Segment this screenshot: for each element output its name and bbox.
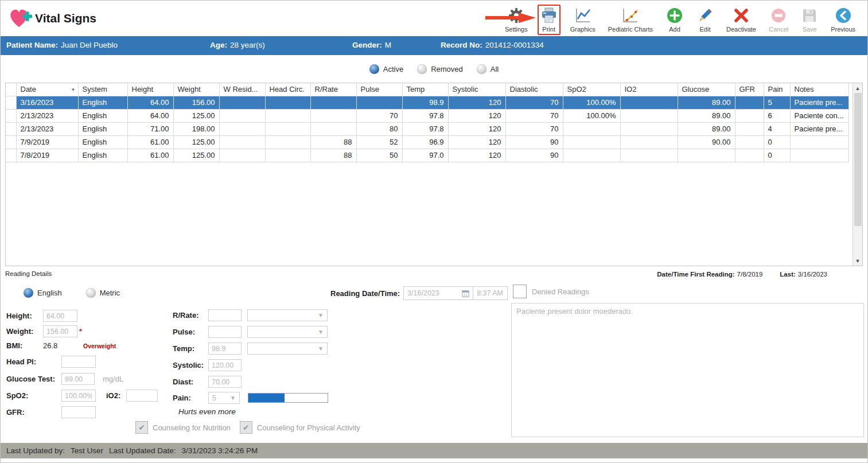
- grid-cell[interactable]: [265, 136, 310, 149]
- grid-cell[interactable]: English: [78, 123, 127, 136]
- grid-row[interactable]: 2/13/2023English64.00125.007097.81207010…: [6, 110, 849, 123]
- grid-cell[interactable]: 6: [764, 110, 790, 123]
- gfr-input[interactable]: [61, 406, 96, 418]
- column-header-gfr[interactable]: GFR: [735, 83, 764, 96]
- grid-cell[interactable]: [265, 110, 310, 123]
- pulse-input[interactable]: [208, 326, 242, 338]
- toolbar-previous-button[interactable]: Previous: [828, 5, 858, 35]
- grid-cell[interactable]: 90.00: [678, 136, 735, 149]
- grid-vertical-scrollbar[interactable]: ▲ ▼: [853, 83, 862, 266]
- column-header-system[interactable]: System: [78, 83, 127, 96]
- grid-cell[interactable]: English: [78, 136, 127, 149]
- grid-cell[interactable]: 61.00: [127, 136, 173, 149]
- column-header-height[interactable]: Height: [127, 83, 173, 96]
- grid-cell[interactable]: [620, 96, 678, 110]
- grid-cell[interactable]: English: [78, 110, 127, 123]
- grid-cell[interactable]: 90: [505, 136, 563, 149]
- grid-cell[interactable]: 97.0: [402, 149, 448, 162]
- toolbar-print-button[interactable]: Print: [538, 5, 560, 35]
- grid-cell[interactable]: 71.00: [127, 123, 173, 136]
- radio-metric[interactable]: Metric: [86, 288, 120, 298]
- glucose-input[interactable]: [61, 373, 95, 385]
- systolic-input[interactable]: [208, 359, 242, 371]
- calendar-icon[interactable]: [462, 290, 469, 297]
- grid-cell[interactable]: 70: [505, 96, 563, 110]
- grid-cell[interactable]: 97.8: [402, 110, 448, 123]
- pain-combo[interactable]: 5▼: [208, 392, 240, 404]
- grid-cell[interactable]: [790, 149, 849, 162]
- grid-cell[interactable]: English: [78, 96, 127, 110]
- grid-cell[interactable]: [310, 123, 356, 136]
- rrate-input[interactable]: [208, 309, 242, 321]
- grid-cell[interactable]: [735, 110, 764, 123]
- reading-time-input[interactable]: 8:37 AM: [473, 286, 508, 300]
- grid-cell[interactable]: [356, 96, 402, 110]
- column-header-w-resid[interactable]: W Resid...: [219, 83, 265, 96]
- scrollbar-thumb[interactable]: [854, 93, 862, 226]
- grid-cell[interactable]: [265, 123, 310, 136]
- grid-cell[interactable]: 70: [356, 110, 402, 123]
- grid-cell[interactable]: 2/13/2023: [16, 110, 78, 123]
- grid-cell[interactable]: 120: [448, 96, 505, 110]
- grid-cell[interactable]: 120: [448, 110, 505, 123]
- grid-cell[interactable]: [563, 123, 620, 136]
- toolbar-graphics-button[interactable]: Graphics: [567, 5, 598, 35]
- pain-scale-bar[interactable]: [248, 393, 328, 403]
- grid-cell[interactable]: 97.8: [402, 123, 448, 136]
- grid-cell[interactable]: [620, 110, 678, 123]
- column-header-notes[interactable]: Notes: [790, 83, 849, 96]
- notes-textarea[interactable]: Paciente present dolor moederado.: [511, 303, 864, 437]
- radio-active[interactable]: Active: [369, 64, 403, 74]
- diastolic-input[interactable]: [208, 376, 242, 388]
- grid-cell[interactable]: [219, 123, 265, 136]
- grid-cell[interactable]: 7/9/2019: [16, 136, 78, 149]
- grid-cell[interactable]: [735, 149, 764, 162]
- toolbar-edit-button[interactable]: Edit: [694, 5, 717, 35]
- grid-cell[interactable]: [219, 149, 265, 162]
- grid-cell[interactable]: 70: [505, 110, 563, 123]
- radio-removed[interactable]: Removed: [417, 64, 463, 74]
- grid-cell[interactable]: [310, 110, 356, 123]
- grid-cell[interactable]: 120: [448, 149, 505, 162]
- denied-readings-checkbox[interactable]: [513, 285, 527, 298]
- temp-unit-combo[interactable]: ▼: [247, 343, 328, 355]
- radio-english[interactable]: English: [24, 288, 62, 298]
- scroll-up-icon[interactable]: ▲: [855, 83, 861, 93]
- reading-date-input[interactable]: 3/16/2023: [403, 286, 473, 300]
- grid-cell[interactable]: [265, 149, 310, 162]
- grid-cell[interactable]: [735, 123, 764, 136]
- toolbar-add-button[interactable]: Add: [663, 5, 687, 35]
- column-header-r-rate[interactable]: R/Rate: [310, 83, 356, 96]
- grid-cell[interactable]: 5: [764, 96, 790, 110]
- date-column-filter-icon[interactable]: ▼: [71, 87, 76, 92]
- temp-input[interactable]: [208, 343, 242, 355]
- grid-cell[interactable]: 64.00: [127, 110, 173, 123]
- column-header-head-circ[interactable]: Head Circ.: [265, 83, 310, 96]
- grid-cell[interactable]: 98.9: [402, 96, 448, 110]
- io2-input[interactable]: [126, 390, 158, 402]
- grid-cell[interactable]: 100.00%: [563, 96, 620, 110]
- column-header-diastolic[interactable]: Diastolic: [505, 83, 563, 96]
- grid-cell[interactable]: 96.9: [402, 136, 448, 149]
- grid-cell[interactable]: [563, 136, 620, 149]
- grid-cell[interactable]: [620, 136, 678, 149]
- grid-cell[interactable]: 120: [448, 136, 505, 149]
- grid-cell[interactable]: 64.00: [127, 96, 173, 110]
- rrate-unit-combo[interactable]: ▼: [247, 309, 328, 321]
- counseling-nutrition-checkbox[interactable]: ✔: [135, 421, 148, 434]
- grid-cell[interactable]: 156.00: [173, 96, 219, 110]
- column-header-pulse[interactable]: Pulse: [356, 83, 402, 96]
- height-input[interactable]: [43, 310, 77, 322]
- grid-cell[interactable]: 198.00: [173, 123, 219, 136]
- toolbar-pediatric-charts-button[interactable]: Pediatric Charts: [605, 5, 656, 35]
- grid-cell[interactable]: 89.00: [678, 110, 735, 123]
- grid-cell[interactable]: [310, 96, 356, 110]
- scroll-down-icon[interactable]: ▼: [855, 256, 861, 266]
- toolbar-deactivate-button[interactable]: Deactivate: [723, 5, 759, 35]
- grid-cell[interactable]: 100.00%: [563, 110, 620, 123]
- column-header-spo2[interactable]: SpO2: [563, 83, 620, 96]
- grid-cell[interactable]: 3/16/2023: [16, 96, 78, 110]
- column-header-pain[interactable]: Pain: [764, 83, 790, 96]
- grid-row[interactable]: 7/8/2019English61.00125.00885097.0120900: [6, 149, 849, 162]
- grid-cell[interactable]: 125.00: [173, 149, 219, 162]
